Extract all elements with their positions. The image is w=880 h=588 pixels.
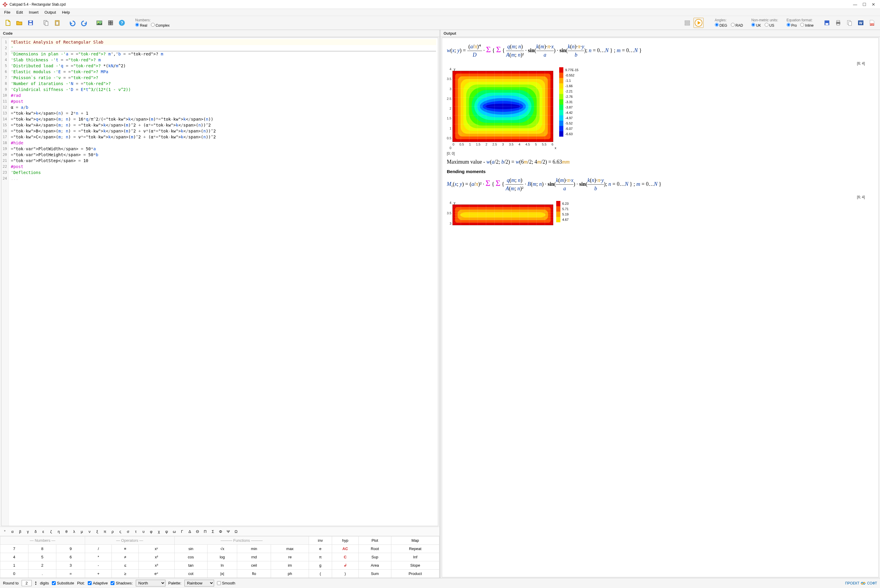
key-2[interactable]: 2 [28, 561, 56, 570]
code-line[interactable]: 'Number of itarations -'N = ="tok-red">? [11, 81, 436, 87]
code-line[interactable]: ="tok-kw">q</span>(m; n) = 16*q/π^2/(="t… [11, 116, 436, 122]
keypad-Map[interactable]: Map [391, 536, 439, 545]
open-file-button[interactable] [14, 18, 24, 28]
numbers-complex[interactable]: Complex [151, 23, 170, 28]
greek-Φ[interactable]: Φ [217, 528, 224, 535]
key-7[interactable]: 7 [0, 545, 29, 553]
key-tan[interactable]: tan [174, 561, 207, 570]
key--[interactable]: - [85, 561, 112, 570]
paste-button[interactable] [52, 18, 62, 28]
code-line[interactable]: 'Distributed load -'q = ="tok-red">? *(k… [11, 63, 436, 69]
maximize-button[interactable]: ☐ [862, 2, 866, 7]
greek-α[interactable]: α [9, 528, 16, 535]
print-button[interactable] [833, 18, 843, 28]
greek-φ[interactable]: φ [148, 528, 155, 535]
key-.[interactable]: . [28, 570, 56, 578]
redo-button[interactable] [79, 18, 89, 28]
key-Product[interactable]: Product [391, 570, 439, 578]
output-area[interactable]: w(x; y) = (a/π)⁴ D · Σ { Σ { q(m; n) A(m… [442, 38, 879, 578]
key-≡[interactable]: ≡ [112, 545, 138, 553]
key-rnd[interactable]: rnd [237, 553, 271, 561]
key-Slope[interactable]: Slope [391, 561, 439, 570]
greek-Δ[interactable]: Δ [186, 528, 193, 535]
units-uk[interactable]: UK [751, 23, 761, 28]
eqfmt-pro[interactable]: Pro [787, 23, 797, 28]
key-C[interactable]: C [332, 553, 359, 561]
greek-ξ[interactable]: ξ [94, 528, 101, 535]
key-Root[interactable]: Root [359, 545, 391, 553]
key-Area[interactable]: Area [359, 561, 391, 570]
key-Inf[interactable]: Inf [391, 553, 439, 561]
key-π[interactable]: π [309, 553, 332, 561]
code-line[interactable]: ="tok-var">PlotHeight</span> = 50*b [11, 152, 436, 158]
key-8[interactable]: 8 [28, 545, 56, 553]
code-line[interactable]: 'Deflections [11, 170, 436, 176]
key-e[interactable]: e [309, 545, 332, 553]
key-max[interactable]: max [271, 545, 309, 553]
key-4[interactable]: 4 [0, 553, 29, 561]
greek-υ[interactable]: υ [140, 528, 147, 535]
greek-χ[interactable]: χ [155, 528, 162, 535]
code-line[interactable]: ="tok-kw">A</span>(m; n) = ="tok-kw">k</… [11, 122, 436, 128]
greek-σ[interactable]: σ [125, 528, 132, 535]
greek-Ψ[interactable]: Ψ [225, 528, 232, 535]
key-√x[interactable]: √x [207, 545, 237, 553]
menu-edit[interactable]: Edit [16, 10, 23, 15]
key-Sum[interactable]: Sum [359, 570, 391, 578]
key-↲[interactable]: ↲ [332, 561, 359, 570]
menu-help[interactable]: Help [62, 10, 70, 15]
greek-β[interactable]: β [17, 528, 24, 535]
key-≤[interactable]: ≤ [112, 561, 138, 570]
key-ln[interactable]: ln [207, 561, 237, 570]
keypad-hyp[interactable]: hyp [332, 536, 359, 545]
key-Sup[interactable]: Sup [359, 553, 391, 561]
code-line[interactable]: ="tok-kw">C</span>(m; n) = ν*="tok-kw">k… [11, 134, 436, 140]
code-line[interactable]: ="tok-kw">k</span>(n) = 2*n + 1 [11, 110, 436, 116]
greek-ζ[interactable]: ζ [47, 528, 54, 535]
code-line[interactable]: 'Slab thickness -'t = ="tok-red">? m [11, 57, 436, 63]
code-line[interactable]: 'Cylindrical siffness -'D = E*t^3/(12*(1… [11, 87, 436, 93]
key-*[interactable]: * [85, 553, 112, 561]
greek-γ[interactable]: γ [24, 528, 32, 535]
greek-ν[interactable]: ν [86, 528, 93, 535]
greek-π[interactable]: π [101, 528, 108, 535]
form-fields-button[interactable] [682, 18, 692, 28]
key-9[interactable]: 9 [56, 545, 85, 553]
angles-deg[interactable]: DEG [715, 23, 727, 28]
key-≥[interactable]: ≥ [112, 570, 138, 578]
adaptive-check[interactable]: Adaptive [88, 581, 108, 585]
key-3[interactable]: 3 [56, 561, 85, 570]
key-5[interactable]: 5 [28, 553, 56, 561]
key-x³[interactable]: x³ [138, 561, 174, 570]
greek-ψ[interactable]: ψ [163, 528, 170, 535]
undo-button[interactable] [68, 18, 78, 28]
code-line[interactable]: ="tok-var">PlotWidth</span> = 50*a [11, 146, 436, 152]
greek-λ[interactable]: λ [71, 528, 78, 535]
calculator-button[interactable] [105, 18, 116, 28]
export-pdf-button[interactable]: PDF [867, 18, 877, 28]
key-+[interactable]: + [85, 570, 112, 578]
key-cos[interactable]: cos [174, 553, 207, 561]
greek-μ[interactable]: μ [78, 528, 86, 535]
minimize-button[interactable]: — [853, 2, 857, 7]
greek-η[interactable]: η [55, 528, 62, 535]
code-line[interactable]: 'Dimensions in plan -'a = ="tok-red">? m… [11, 51, 436, 57]
key-|x|[interactable]: |x| [207, 570, 237, 578]
key-)[interactable]: ) [332, 570, 359, 578]
code-line[interactable]: 'Elastic modulus -'E = ="tok-red">? MPa [11, 69, 436, 75]
greek-Π[interactable]: Π [201, 528, 209, 535]
code-line[interactable]: ="tok-kw">B</span>(m; n) = ="tok-kw">k</… [11, 128, 436, 134]
key-im[interactable]: im [271, 561, 309, 570]
key-1[interactable]: 1 [0, 561, 29, 570]
key-=[interactable]: = [56, 570, 85, 578]
code-line[interactable]: #hide [11, 140, 436, 146]
numbers-real[interactable]: Real [135, 23, 147, 28]
code-line[interactable]: "Elastic Analysis of Rectangular Slab [11, 39, 436, 45]
code-line[interactable]: ' [11, 45, 436, 51]
key-Repeat[interactable]: Repeat [391, 545, 439, 553]
insert-image-button[interactable] [94, 18, 104, 28]
key-cot[interactable]: cot [174, 570, 207, 578]
menu-output[interactable]: Output [45, 10, 56, 15]
help-button[interactable]: ? [117, 18, 127, 28]
greek-ς[interactable]: ς [117, 528, 124, 535]
